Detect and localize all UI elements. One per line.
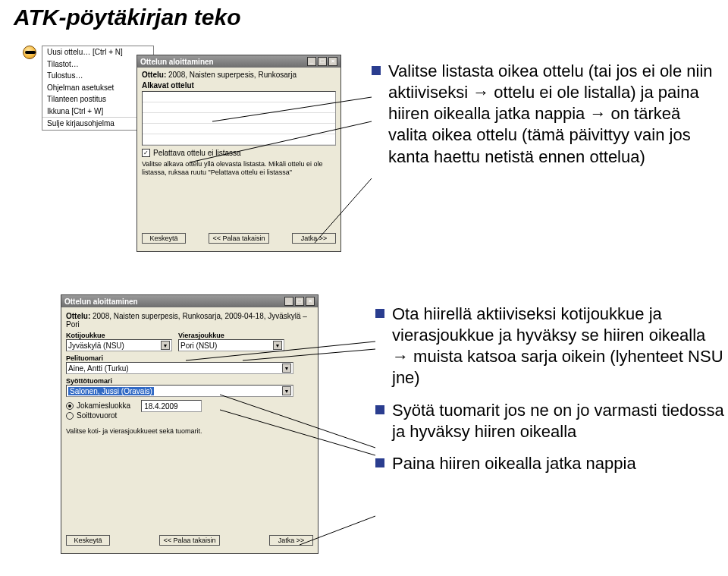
- ottelu-value: 2008, Naisten superpesis, Runkosarja: [168, 71, 297, 79]
- home-team-label: Kotijoukkue: [66, 332, 172, 339]
- radio-jokamies[interactable]: [66, 402, 74, 410]
- face-icon: [23, 46, 36, 59]
- bullet-list-bottom: Ota hiirellä aktiiviseksi kotijoukkue ja…: [375, 304, 724, 485]
- dialog-start-match-2: Ottelun aloittaminen _ □ × Ottelu: 2008,…: [61, 294, 318, 554]
- maximize-button[interactable]: □: [295, 297, 304, 306]
- dialog-titlebar: Ottelun aloittaminen _ □ ×: [61, 295, 318, 307]
- page-title: ATK-pöytäkirjan teko: [14, 5, 241, 30]
- cancel-button[interactable]: Keskeytä: [66, 535, 110, 546]
- next-button[interactable]: Jatka >>: [292, 233, 336, 244]
- ottelu-label: Ottelu:: [142, 71, 166, 79]
- checkbox-label: Pelattava ottelu ei listassa: [153, 149, 241, 157]
- ottelu-label: Ottelu:: [66, 312, 90, 320]
- close-button[interactable]: ×: [306, 297, 315, 306]
- checkbox-not-in-list[interactable]: ✓: [142, 149, 150, 157]
- away-team-combo[interactable]: Pori (NSU)▼: [178, 339, 284, 351]
- date-field[interactable]: 18.4.2009: [141, 400, 202, 412]
- bullet-text: Syötä tuomarit jos ne on jo varmasti tie…: [392, 400, 724, 442]
- away-team-label: Vierasjoukkue: [178, 332, 284, 339]
- dialog-start-match: Ottelun aloittaminen _ □ × Ottelu: 2008,…: [136, 55, 341, 252]
- match-list[interactable]: [142, 91, 336, 146]
- dialog-titlebar: Ottelun aloittaminen _ □ ×: [137, 55, 340, 68]
- radio-label: Jokamiesluokka: [77, 401, 130, 410]
- bullet-text: Ota hiirellä aktiiviseksi kotijoukkue ja…: [392, 304, 724, 389]
- close-button[interactable]: ×: [328, 57, 337, 66]
- bullet-text: Paina hiiren oikealla jatka nappia: [392, 453, 724, 474]
- minimize-button[interactable]: _: [307, 57, 316, 66]
- pitch-referee-label: Syöttötuomari: [66, 377, 313, 385]
- back-button[interactable]: << Palaa takaisin: [209, 233, 268, 244]
- cancel-button[interactable]: Keskeytä: [142, 233, 186, 244]
- dialog-title-text: Ottelun aloittaminen: [64, 297, 138, 306]
- back-button[interactable]: << Palaa takaisin: [159, 535, 219, 546]
- minimize-button[interactable]: _: [284, 297, 293, 306]
- referee-label: Pelituomari: [66, 354, 313, 362]
- dialog-title-text: Ottelun aloittaminen: [140, 58, 214, 66]
- bullet-text: Valitse listasta oikea ottelu (tai jos e…: [388, 61, 713, 168]
- bullet-list-top: Valitse listasta oikea ottelu (tai jos e…: [372, 61, 713, 178]
- radio-label: Soittovuorot: [77, 411, 117, 420]
- bullet-icon: [375, 458, 384, 467]
- instruction-text: Valitse koti- ja vierasjoukkueet sekä tu…: [66, 427, 313, 435]
- bullet-icon: [375, 309, 384, 318]
- radio-soittovuorot[interactable]: [66, 412, 74, 420]
- chevron-down-icon: ▼: [282, 386, 291, 395]
- pitch-referee-combo[interactable]: Salonen, Jussi (Oravais)▼: [66, 385, 293, 397]
- referee-combo[interactable]: Aine, Antti (Turku)▼: [66, 362, 293, 374]
- help-text: Valitse alkava ottelu yllä olevasta list…: [142, 160, 336, 178]
- bullet-icon: [375, 405, 384, 414]
- ottelu-value: 2008, Naisten superpesis, Runkosarja, 20…: [66, 312, 307, 329]
- maximize-button[interactable]: □: [318, 57, 327, 66]
- list-label: Alkavat ottelut: [142, 81, 336, 90]
- chevron-down-icon: ▼: [273, 341, 282, 350]
- next-button[interactable]: Jatka >>: [269, 535, 313, 546]
- chevron-down-icon: ▼: [282, 364, 291, 373]
- bullet-icon: [372, 66, 381, 75]
- chevron-down-icon: ▼: [161, 341, 170, 350]
- home-team-combo[interactable]: Jyväskylä (NSU)▼: [66, 339, 172, 351]
